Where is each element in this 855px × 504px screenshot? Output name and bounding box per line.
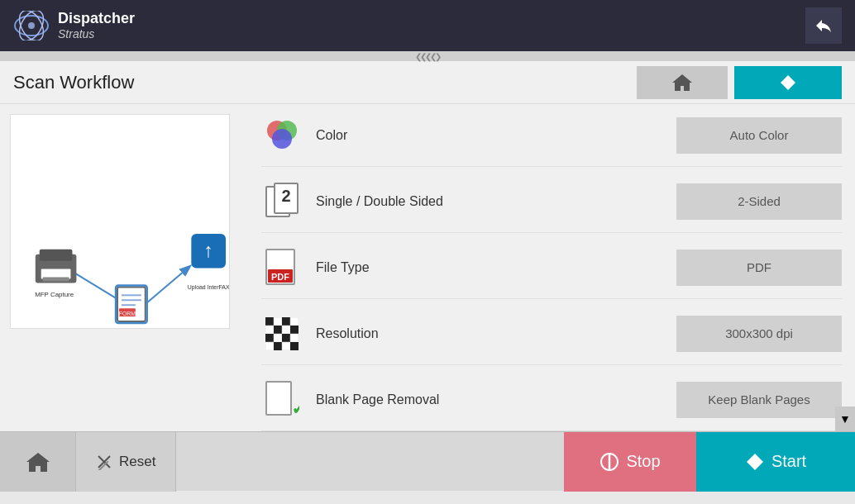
filetype-value-button[interactable]: PDF	[676, 250, 842, 286]
dispatcher-logo-icon	[13, 11, 50, 40]
start-bottom-button[interactable]: Start	[696, 432, 855, 492]
svg-rect-46	[265, 342, 274, 350]
svg-rect-43	[274, 334, 282, 342]
svg-rect-40	[282, 326, 290, 334]
sided-label: Single / Double Sided	[316, 194, 663, 209]
settings-panel: Color Auto Color 2 Single / Double Sided…	[248, 104, 855, 431]
svg-rect-34	[265, 317, 274, 326]
svg-rect-39	[274, 326, 282, 334]
workflow-diagram: MFP Capture ↑ Upload InterFAX	[10, 114, 230, 329]
svg-text:FORM: FORM	[119, 311, 136, 316]
svg-rect-9	[40, 250, 73, 261]
svg-text:✓: ✓	[291, 398, 299, 419]
svg-rect-48	[282, 342, 290, 350]
sided-value-button[interactable]: 2-Sided	[676, 183, 842, 220]
svg-rect-44	[282, 334, 290, 342]
app-subtitle: Stratus	[58, 27, 135, 41]
svg-text:2: 2	[281, 187, 290, 205]
stop-label: Stop	[626, 452, 660, 471]
reset-label: Reset	[119, 454, 155, 470]
header: Dispatcher Stratus	[0, 0, 855, 51]
resolution-value-button[interactable]: 300x300 dpi	[676, 316, 842, 352]
title-bar-buttons	[637, 66, 842, 99]
svg-text:↑: ↑	[203, 239, 213, 261]
resolution-icon	[261, 313, 303, 354]
svg-rect-37	[290, 317, 299, 326]
app-name: Dispatcher	[58, 10, 135, 28]
logout-button[interactable]	[805, 7, 842, 44]
header-title: Dispatcher Stratus	[58, 10, 135, 41]
page-title: Scan Workflow	[13, 72, 134, 93]
home-bottom-button[interactable]	[0, 432, 76, 492]
reset-button[interactable]: Reset	[76, 432, 176, 492]
svg-point-27	[272, 129, 292, 149]
svg-rect-35	[274, 317, 282, 326]
sided-icon: 2	[261, 181, 303, 222]
stop-button[interactable]: Stop	[564, 432, 696, 492]
blankpage-icon: ✓	[261, 379, 303, 421]
filetype-label: File Type	[316, 260, 663, 275]
blankpage-label: Blank Page Removal	[316, 392, 663, 407]
svg-rect-41	[290, 326, 299, 334]
filetype-icon: PDF	[261, 247, 303, 288]
svg-text:PDF: PDF	[271, 272, 289, 282]
setting-row-color: Color Auto Color	[261, 104, 842, 167]
setting-row-sided: 2 Single / Double Sided 2-Sided	[261, 170, 842, 233]
svg-rect-45	[290, 334, 299, 342]
svg-marker-55	[747, 454, 763, 470]
start-top-button[interactable]	[734, 66, 842, 99]
svg-rect-36	[282, 317, 290, 326]
svg-rect-11	[43, 277, 69, 281]
start-label: Start	[771, 452, 806, 471]
scroll-down-icon[interactable]: ▼	[835, 407, 855, 431]
blankpage-value-button[interactable]: Keep Blank Pages	[676, 382, 842, 418]
setting-row-blankpage: ✓ Blank Page Removal Keep Blank Pages	[261, 368, 842, 431]
setting-row-filetype: PDF File Type PDF	[261, 236, 842, 299]
svg-rect-50	[266, 382, 291, 415]
setting-row-resolution: Resolution 300x300 dpi	[261, 302, 842, 365]
svg-text:MFP Capture: MFP Capture	[35, 291, 74, 298]
svg-rect-49	[290, 342, 299, 350]
scroll-strip-top: ❮❮❮❮❯	[0, 51, 855, 61]
page-title-bar: Scan Workflow	[0, 61, 855, 104]
color-label: Color	[316, 128, 663, 143]
color-icon	[261, 115, 303, 156]
workflow-panel: MFP Capture ↑ Upload InterFAX	[0, 104, 248, 431]
scroll-arrows-icon: ❮❮❮❮❯	[415, 52, 440, 61]
svg-rect-47	[274, 342, 282, 350]
color-value-button[interactable]: Auto Color	[676, 117, 842, 154]
home-top-button[interactable]	[637, 66, 728, 99]
svg-point-3	[28, 22, 35, 29]
header-left: Dispatcher Stratus	[13, 10, 135, 41]
svg-marker-4	[781, 75, 795, 90]
svg-rect-42	[265, 334, 274, 342]
resolution-label: Resolution	[316, 326, 663, 341]
svg-text:Upload InterFAX: Upload InterFAX	[188, 284, 229, 291]
bottom-toolbar: Reset Stop Start	[0, 431, 855, 491]
svg-rect-38	[265, 326, 274, 334]
main-content: MFP Capture ↑ Upload InterFAX	[0, 104, 855, 431]
